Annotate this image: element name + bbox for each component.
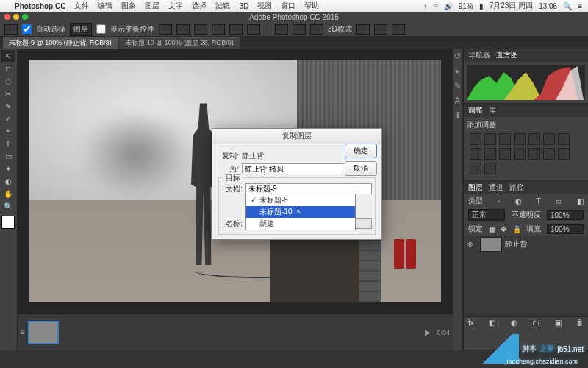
- layers-tab[interactable]: 图层: [468, 183, 483, 193]
- distribute-3-button[interactable]: [310, 24, 323, 35]
- dropdown-option[interactable]: 未标题-10↖: [246, 206, 355, 218]
- timeline-frame-thumb[interactable]: [28, 321, 60, 344]
- crop-tool[interactable]: ✂: [1, 88, 15, 99]
- menu-window[interactable]: 窗口: [281, 1, 295, 11]
- zoom-window-button[interactable]: [22, 14, 28, 20]
- vibrance-icon[interactable]: [528, 133, 540, 145]
- brushes-icon[interactable]: ✎: [453, 78, 462, 93]
- cancel-button[interactable]: 取消: [345, 161, 377, 176]
- auto-select-target[interactable]: 图层: [70, 23, 92, 36]
- menu-edit[interactable]: 编辑: [98, 1, 112, 11]
- document-tab-2[interactable]: 未标题-10 @ 100% (图层 28, RGB/8): [119, 37, 240, 49]
- filter-smart-icon[interactable]: ◧: [577, 197, 584, 205]
- posterize-icon[interactable]: [543, 148, 555, 160]
- bluetooth-icon[interactable]: ᚼ: [423, 2, 428, 10]
- menubar-time[interactable]: 13:06: [539, 2, 557, 10]
- gradient-tool[interactable]: ◐: [1, 175, 15, 187]
- align-center-button[interactable]: [176, 24, 190, 35]
- actions-icon[interactable]: ▸: [453, 63, 462, 78]
- type-tool[interactable]: T: [1, 138, 15, 149]
- menu-view[interactable]: 视图: [257, 1, 272, 11]
- threed-btn-2[interactable]: [374, 24, 387, 35]
- spotlight-icon[interactable]: 🔍: [563, 2, 572, 10]
- channelmixer-icon[interactable]: [499, 148, 511, 160]
- lasso-tool[interactable]: ◌: [1, 75, 15, 87]
- align-right-button[interactable]: [194, 24, 207, 35]
- app-name[interactable]: Photoshop CC: [15, 2, 65, 10]
- zoom-tool[interactable]: 🔍: [1, 200, 15, 212]
- hue-icon[interactable]: [543, 133, 555, 145]
- dropdown-option[interactable]: ✓未标题-9: [246, 194, 355, 206]
- menu-3d[interactable]: 3D: [239, 2, 248, 10]
- menu-help[interactable]: 帮助: [304, 1, 319, 11]
- new-layer-icon[interactable]: ▣: [555, 319, 562, 327]
- layer-thumbnail[interactable]: [480, 237, 502, 252]
- marquee-tool[interactable]: □: [1, 63, 15, 74]
- bw-icon[interactable]: [470, 148, 481, 160]
- wifi-icon[interactable]: ⌔: [434, 2, 438, 10]
- threed-btn-1[interactable]: [356, 24, 370, 35]
- healing-tool[interactable]: ✓: [1, 113, 15, 124]
- battery-icon[interactable]: ▮: [479, 2, 484, 10]
- distribute-2-button[interactable]: [293, 24, 306, 35]
- opacity-value[interactable]: 100%: [547, 210, 584, 220]
- adjustments-tab[interactable]: 调整: [468, 105, 483, 116]
- minimize-window-button[interactable]: [13, 14, 19, 20]
- document-select[interactable]: [245, 183, 372, 194]
- info-icon[interactable]: ℹ: [453, 107, 462, 122]
- photofilter-icon[interactable]: [484, 148, 496, 160]
- align-left-button[interactable]: [159, 24, 172, 35]
- levels-icon[interactable]: [484, 133, 496, 145]
- timeline-menu-icon[interactable]: ≡: [21, 328, 25, 336]
- document-tab-1[interactable]: 未标题-9 @ 100% (静止背, RGB/8): [3, 37, 118, 49]
- menu-file[interactable]: 文件: [74, 1, 89, 11]
- lock-all-icon[interactable]: 🔒: [512, 225, 521, 233]
- hand-tool[interactable]: ✋: [1, 188, 15, 199]
- new-group-icon[interactable]: 🗀: [532, 319, 539, 327]
- move-tool[interactable]: ↖: [1, 50, 15, 62]
- gradientmap-icon[interactable]: [470, 163, 481, 174]
- layer-row[interactable]: 👁 静止背: [464, 236, 588, 253]
- new-adjustment-icon[interactable]: ◐: [511, 319, 517, 327]
- threshold-icon[interactable]: [558, 148, 570, 160]
- histogram-tab[interactable]: 直方图: [496, 50, 518, 60]
- mask-icon[interactable]: ◧: [489, 319, 495, 327]
- curves-icon[interactable]: [499, 133, 511, 145]
- blend-mode-select[interactable]: 正常: [468, 209, 505, 221]
- lock-pixels-icon[interactable]: ▦: [489, 225, 495, 233]
- fx-icon[interactable]: fx: [468, 319, 474, 327]
- channels-tab[interactable]: 通道: [489, 183, 503, 193]
- history-icon[interactable]: ↺: [453, 49, 462, 63]
- filter-adjust-icon[interactable]: ◐: [515, 197, 522, 205]
- layer-name[interactable]: 静止背: [505, 239, 527, 250]
- close-window-button[interactable]: [4, 14, 10, 20]
- fill-value[interactable]: 100%: [547, 224, 584, 234]
- filter-type-icon[interactable]: T: [537, 197, 541, 205]
- pen-tool[interactable]: ✦: [1, 163, 15, 174]
- threed-btn-3[interactable]: [392, 24, 405, 35]
- delete-layer-icon[interactable]: 🗑: [576, 319, 584, 327]
- libraries-tab[interactable]: 库: [489, 105, 496, 116]
- color-swatches[interactable]: [1, 216, 15, 229]
- filter-pixel-icon[interactable]: ▫: [498, 197, 501, 205]
- colorbalance-icon[interactable]: [558, 133, 570, 145]
- dropdown-option[interactable]: 新建: [246, 218, 355, 230]
- ok-button[interactable]: 确定: [345, 144, 377, 158]
- paths-tab[interactable]: 路径: [509, 183, 524, 193]
- align-top-button[interactable]: [212, 24, 225, 35]
- menu-image[interactable]: 图象: [121, 1, 136, 11]
- menu-layer[interactable]: 图层: [145, 1, 159, 11]
- shape-tool[interactable]: ▭: [1, 150, 15, 162]
- distribute-1-button[interactable]: [275, 24, 288, 35]
- selective-icon[interactable]: [484, 163, 496, 174]
- menu-filter[interactable]: 滤镜: [215, 1, 230, 11]
- layer-visibility-icon[interactable]: 👁: [467, 241, 477, 249]
- brush-tool[interactable]: ⌖: [1, 125, 15, 137]
- navigator-tab[interactable]: 导航器: [468, 50, 490, 60]
- volume-icon[interactable]: 🔊: [444, 2, 453, 10]
- brightness-icon[interactable]: [470, 133, 481, 145]
- filter-shape-icon[interactable]: ▭: [556, 197, 562, 205]
- menubar-date[interactable]: 7月23日 周四: [490, 1, 533, 11]
- show-transform-checkbox[interactable]: [96, 24, 106, 34]
- menu-select[interactable]: 选择: [192, 1, 207, 11]
